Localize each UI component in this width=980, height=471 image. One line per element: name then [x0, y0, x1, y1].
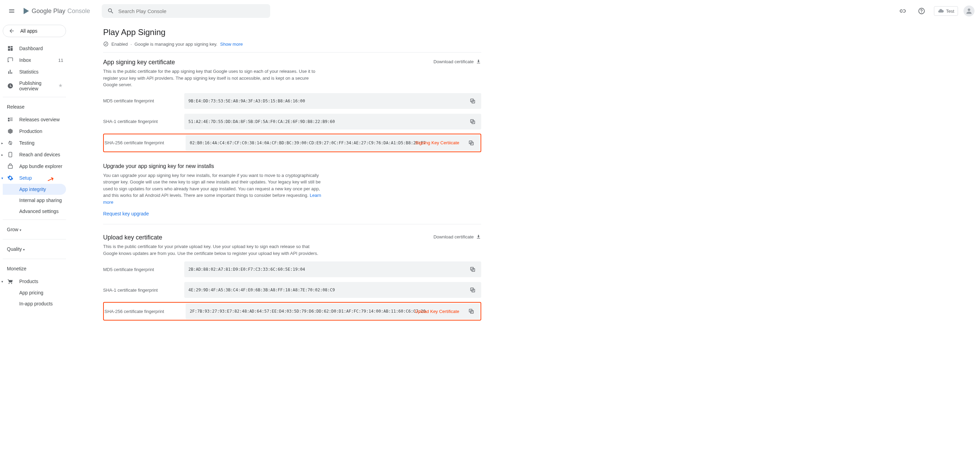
copy-icon[interactable]: [467, 307, 476, 316]
signing-sha256-row: SHA-256 certificate fingerprint 02:B0:16…: [105, 135, 480, 151]
upload-section-title: Upload key certificate: [103, 234, 323, 241]
chevron-down-icon: ▾: [2, 280, 3, 284]
show-more-link[interactable]: Show more: [220, 41, 243, 47]
logo-text-2: Console: [67, 8, 90, 15]
play-logo-icon: [22, 7, 30, 15]
svg-rect-2: [9, 152, 12, 157]
sha1-label: SHA-1 certificate fingerprint: [103, 119, 184, 124]
sidebar-item-products[interactable]: ▾ Products: [3, 276, 66, 287]
sidebar-section-monetize: Monetize: [3, 262, 66, 276]
check-circle-icon: [103, 41, 109, 47]
production-icon: [7, 128, 14, 134]
copy-icon[interactable]: [468, 265, 477, 274]
sidebar: All apps Dashboard Inbox 11 Statistics P…: [0, 22, 69, 334]
main-content: Play App Signing Enabled · Google is man…: [69, 22, 509, 334]
page-title: Play App Signing: [103, 27, 481, 37]
signing-section-desc: This is the public certificate for the a…: [103, 68, 323, 88]
logo-text-1: Google Play: [32, 8, 65, 15]
gear-icon: [7, 175, 14, 181]
sidebar-item-internal-app-sharing[interactable]: Internal app sharing: [3, 195, 66, 206]
project-label: Test: [946, 9, 954, 14]
sha256-label: SHA-256 certificate fingerprint: [105, 140, 186, 145]
logo[interactable]: Google Play Console: [22, 7, 90, 15]
sidebar-item-production[interactable]: Production: [3, 125, 66, 137]
request-key-upgrade-link[interactable]: Request key upgrade: [103, 211, 149, 216]
sidebar-item-app-bundle-explorer[interactable]: App bundle explorer: [3, 160, 66, 172]
copy-icon[interactable]: [468, 117, 477, 126]
upload-sha256-row: SHA-256 certificate fingerprint 2F:7B:93…: [105, 303, 480, 319]
sidebar-item-testing[interactable]: ▸ Testing: [3, 137, 66, 149]
sidebar-section-grow[interactable]: Grow ▾: [3, 223, 66, 236]
copy-icon[interactable]: [468, 97, 477, 105]
sidebar-item-publishing-overview[interactable]: Publishing overview: [3, 78, 66, 94]
inbox-icon: [7, 57, 14, 63]
sidebar-item-setup[interactable]: ▾ Setup: [3, 172, 66, 184]
testing-icon: [7, 140, 14, 146]
sidebar-item-app-pricing[interactable]: App pricing: [3, 287, 66, 298]
cart-icon: [7, 278, 14, 284]
sidebar-item-dashboard[interactable]: Dashboard: [3, 43, 66, 54]
download-icon: [476, 59, 481, 64]
sha1-value: 51:A2:4E:7D:55:DD:DA:8F:5B:DF:5A:F0:CA:2…: [188, 119, 468, 124]
sha256-label: SHA-256 certificate fingerprint: [105, 309, 186, 314]
upload-sha256-highlight: SHA-256 certificate fingerprint 2F:7B:93…: [103, 302, 481, 320]
md5-label: MD5 certificate fingerprint: [103, 267, 184, 272]
cloud-icon: [938, 8, 944, 14]
back-arrow-icon: [9, 28, 15, 34]
signing-md5-row: MD5 certificate fingerprint 9B:E4:DD:73:…: [103, 93, 481, 109]
link-icon[interactable]: [896, 4, 909, 18]
sidebar-section-release: Release: [3, 100, 66, 114]
sha1-label: SHA-1 certificate fingerprint: [103, 287, 184, 293]
upgrade-desc: You can upgrade your app signing key for…: [103, 172, 323, 206]
sidebar-item-in-app-products[interactable]: In-app products: [3, 298, 66, 309]
devices-icon: [7, 152, 14, 158]
status-enabled: Enabled: [111, 41, 128, 47]
chevron-down-icon: ▾: [2, 176, 3, 180]
download-icon: [476, 234, 481, 239]
sha1-value: 4E:29:9D:4F:A5:3B:C4:4F:E0:6B:3B:A8:FF:1…: [188, 287, 468, 292]
dashboard-icon: [7, 45, 14, 52]
copy-icon[interactable]: [467, 138, 476, 147]
search-input[interactable]: [118, 8, 265, 14]
upload-sha1-row: SHA-1 certificate fingerprint 4E:29:9D:4…: [103, 282, 481, 298]
signing-annotation: Signing Key Certiicate: [415, 140, 459, 145]
search-box[interactable]: [102, 4, 270, 18]
svg-point-4: [104, 42, 108, 46]
avatar[interactable]: [964, 5, 975, 16]
sidebar-item-inbox[interactable]: Inbox 11: [3, 54, 66, 66]
help-icon[interactable]: [915, 4, 928, 18]
signing-section-title: App signing key certificate: [103, 59, 323, 66]
search-icon: [107, 8, 114, 14]
signing-sha256-highlight: SHA-256 certificate fingerprint 02:B0:16…: [103, 134, 481, 152]
download-signing-certificate[interactable]: Download certificate: [433, 59, 481, 64]
releases-icon: [7, 116, 14, 123]
md5-value: 9B:E4:DD:73:53:5E:A8:9A:3F:A3:D5:15:B8:A…: [188, 98, 468, 103]
md5-value: 2B:AD:88:02:A7:81:D9:E0:F7:C3:33:6C:60:5…: [188, 267, 468, 272]
all-apps-button[interactable]: All apps: [3, 25, 66, 37]
download-upload-certificate[interactable]: Download certificate: [433, 234, 481, 239]
upgrade-title: Upgrade your app signing key for new ins…: [103, 163, 481, 170]
upload-annotation: Upload Key Certificate: [415, 309, 459, 314]
bundle-icon: [7, 163, 14, 170]
sidebar-item-releases-overview[interactable]: Releases overview: [3, 114, 66, 125]
sidebar-item-reach-devices[interactable]: ▸ Reach and devices: [3, 149, 66, 160]
sidebar-item-app-integrity[interactable]: App integrity: [3, 184, 66, 195]
sidebar-item-statistics[interactable]: Statistics: [3, 66, 66, 78]
svg-rect-3: [8, 165, 13, 168]
all-apps-label: All apps: [20, 28, 37, 34]
statistics-icon: [7, 69, 14, 75]
copy-icon[interactable]: [468, 285, 477, 294]
sidebar-item-advanced-settings[interactable]: Advanced settings: [3, 206, 66, 217]
md5-label: MD5 certificate fingerprint: [103, 98, 184, 103]
svg-point-0: [967, 9, 970, 11]
project-badge[interactable]: Test: [934, 6, 958, 16]
menu-icon[interactable]: [5, 5, 18, 17]
publishing-status-icon: [58, 83, 63, 89]
sidebar-section-quality[interactable]: Quality ▾: [3, 242, 66, 256]
chevron-right-icon: ▸: [2, 141, 3, 145]
upload-section-desc: This is the public certificate for your …: [103, 243, 323, 257]
signing-sha1-row: SHA-1 certificate fingerprint 51:A2:4E:7…: [103, 114, 481, 130]
upload-md5-row: MD5 certificate fingerprint 2B:AD:88:02:…: [103, 262, 481, 277]
status-row: Enabled · Google is managing your app si…: [103, 41, 481, 52]
publishing-icon: [7, 83, 14, 89]
